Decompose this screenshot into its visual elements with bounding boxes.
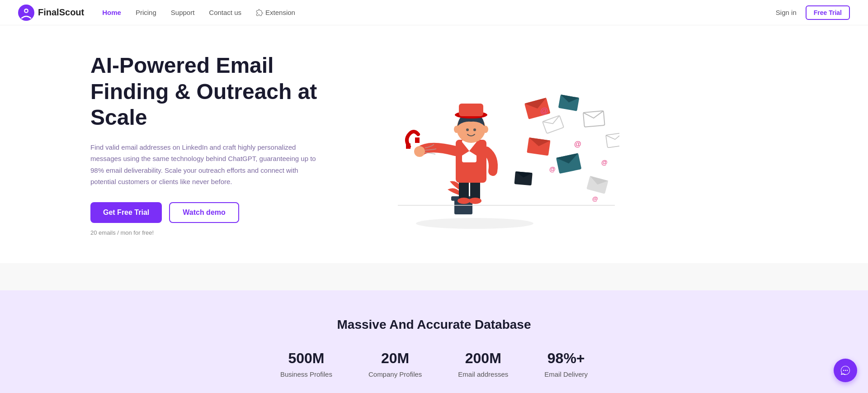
sign-in-link[interactable]: Sign in [776,9,797,16]
nav-links: Home Pricing Support Contact us Extensio… [102,9,776,16]
illustration-container: @ @ @ @ @ [384,67,610,221]
hero-illustration: @ @ @ @ @ [362,67,633,221]
nav-contact[interactable]: Contact us [209,9,241,16]
nav-support[interactable]: Support [171,9,195,16]
svg-point-18 [466,128,469,131]
svg-text:@: @ [574,140,581,148]
navbar: FinalScout Home Pricing Support Contact … [0,0,868,25]
chat-icon [840,365,851,376]
stat-number-business: 500M [288,350,324,367]
logo-icon [18,5,34,21]
svg-point-3 [416,218,533,229]
hero-section: AI-Powered Email Finding & Outreach at S… [0,25,868,263]
stats-title: Massive And Accurate Database [18,317,850,332]
puzzle-icon [256,9,263,16]
stats-grid: 500M Business Profiles 20M Company Profi… [18,350,850,378]
svg-rect-14 [415,137,420,143]
stat-label-delivery: Email Delivery [544,370,588,378]
svg-point-20 [454,126,459,133]
svg-rect-28 [542,115,564,133]
nav-right: Sign in Free Trial [776,5,850,20]
stat-number-email: 200M [465,350,501,367]
get-free-trial-button[interactable]: Get Free Trial [90,202,162,223]
watch-demo-button[interactable]: Watch demo [169,202,239,223]
svg-point-8 [458,198,470,204]
brand-name: FinalScout [38,7,84,18]
svg-point-39 [847,370,848,371]
svg-rect-24 [583,111,605,127]
svg-point-19 [473,128,476,131]
hero-note: 20 emails / mon for free! [90,229,344,236]
svg-rect-30 [606,133,619,148]
stat-label-company: Company Profiles [368,370,422,378]
extension-label: Extension [265,9,295,16]
stat-item-company: 20M Company Profiles [368,350,422,378]
hero-content: AI-Powered Email Finding & Outreach at S… [90,52,344,236]
svg-text:@: @ [592,195,598,202]
nav-pricing[interactable]: Pricing [136,9,156,16]
hero-svg-illustration: @ @ @ @ @ [384,67,619,230]
svg-rect-13 [406,143,410,149]
svg-text:@: @ [601,159,608,166]
logo[interactable]: FinalScout [18,5,84,21]
nav-home[interactable]: Home [102,9,121,16]
hero-buttons: Get Free Trial Watch demo [90,202,344,223]
stat-number-delivery: 98%+ [547,350,585,367]
stat-label-business: Business Profiles [280,370,332,378]
stats-section: Massive And Accurate Database 500M Busin… [0,290,868,393]
svg-text:@: @ [549,166,556,173]
nav-extension[interactable]: Extension [256,9,295,16]
svg-point-2 [25,9,28,12]
svg-point-9 [469,198,481,204]
svg-point-38 [845,370,846,371]
free-trial-button[interactable]: Free Trial [806,5,850,20]
svg-rect-17 [459,104,483,116]
stat-number-company: 20M [381,350,409,367]
svg-point-12 [414,146,425,157]
stat-label-email: Email addresses [458,370,508,378]
stat-item-business: 500M Business Profiles [280,350,332,378]
svg-point-37 [843,370,844,371]
svg-text:@: @ [540,106,548,115]
hero-title: AI-Powered Email Finding & Outreach at S… [90,52,344,131]
svg-point-21 [483,126,488,133]
section-divider [0,263,868,290]
stat-item-email: 200M Email addresses [458,350,508,378]
chat-bubble[interactable] [834,359,857,382]
stat-item-delivery: 98%+ Email Delivery [544,350,588,378]
hero-subtitle: Find valid email addresses on LinkedIn a… [90,142,316,188]
